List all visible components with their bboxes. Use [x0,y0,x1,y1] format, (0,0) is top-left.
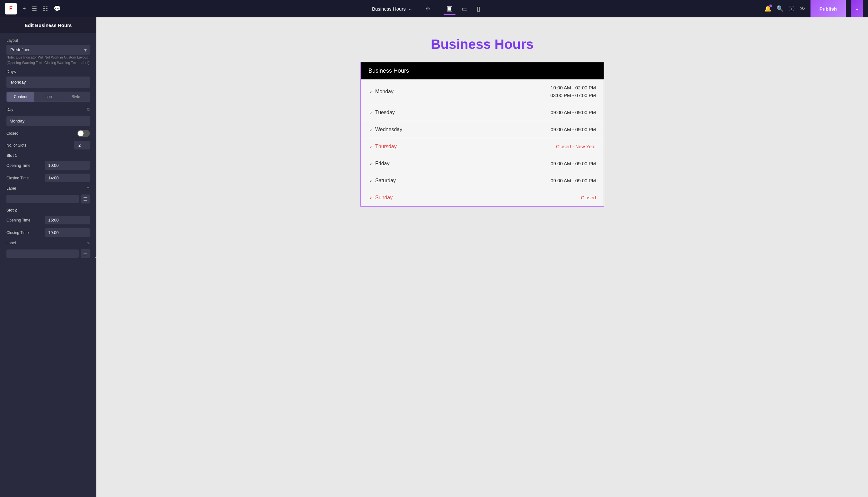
table-header: Business Hours [361,62,604,80]
tab-row: Content Icon Style [6,91,90,102]
slot2-opening-row: Opening Time [6,216,90,224]
slot1-closing-label: Closing Time [6,176,29,180]
main-layout: Edit Business Hours Layout Predefined Cu… [0,17,868,497]
tab-content[interactable]: Content [7,92,34,102]
topbar-right: 🔔 🔍 ⓘ 👁 Publish ⌄ [759,0,868,17]
slot1-label-field-label: Label [6,186,16,190]
slot2-opening-input[interactable] [45,216,90,224]
slot2-label: Slot 2 [6,208,90,213]
hours-cell: Closed [581,194,596,201]
publish-dropdown-button[interactable]: ⌄ [851,0,863,17]
mobile-view-button[interactable]: ▯ [473,3,484,14]
notification-dot [769,4,772,7]
slot1-section: Slot 1 Opening Time Closing Time Label ⇅… [6,153,90,203]
slot1-label: Slot 1 [6,153,90,158]
day-expand-icon[interactable]: ⧉ [87,107,90,112]
slot2-label-row: Label ⇅ [6,241,90,245]
slot1-label-icon-btn[interactable]: ☰ [80,195,90,203]
slot2-label-input-row: ☰ [6,249,90,258]
publish-button[interactable]: Publish [810,0,846,17]
day-name: Wednesday [375,127,402,132]
sidebar-title: Edit Business Hours [25,23,72,28]
chat-icon[interactable]: 💬 [54,5,61,12]
tablet-view-button[interactable]: ▭ [458,3,471,14]
clock-icon: ⚬ [368,178,373,184]
sliders-icon[interactable]: ☰ [32,5,37,12]
toggle-knob [78,130,84,136]
day-name: Sunday [375,195,393,201]
day-name: Saturday [375,178,396,184]
hours-cell: 09:00 AM - 09:00 PM [550,177,596,185]
slot2-closing-row: Closing Time [6,228,90,237]
day-name: Tuesday [375,110,395,115]
slot1-label-input[interactable] [6,195,79,203]
no-slots-label: No. of Slots [6,143,26,147]
day-chip[interactable]: Monday [6,76,90,88]
slot1-opening-input[interactable] [45,161,90,170]
device-buttons: ▣ ▭ ▯ [443,3,484,15]
day-cell: ⚬ Friday [368,161,389,167]
day-name: Thursday [375,144,397,150]
day-input[interactable] [6,116,90,126]
widget-title: Business Hours [122,37,842,52]
slot2-closing-label: Closing Time [6,230,29,235]
tab-icon[interactable]: Icon [34,92,62,102]
preview-icon[interactable]: 👁 [799,5,805,12]
elementor-logo[interactable]: E [5,3,17,14]
no-slots-input[interactable] [74,141,90,150]
table-row: ⚬ Monday 10:00 AM - 02:00 PM03:00 PM - 0… [361,80,604,104]
layout-select[interactable]: Predefined Custom [6,45,90,55]
closed-toggle[interactable] [77,130,90,137]
clock-icon: ⚬ [368,89,373,95]
hours-cell: 09:00 AM - 09:00 PM [550,160,596,168]
slot2-section: Slot 2 Opening Time Closing Time Label ⇅… [6,208,90,258]
day-cell: ⚬ Monday [368,89,394,95]
add-icon[interactable]: + [23,5,26,12]
day-cell: ⚬ Wednesday [368,127,402,133]
clock-icon: ⚬ [368,144,373,150]
page-name-button[interactable]: Business Hours ⌄ [372,6,412,12]
sidebar-note: Note: Live Indicator Will Not Work in Cu… [6,55,90,65]
settings-icon[interactable]: ⚙ [425,5,430,12]
hours-cell: Closed - New Year [556,143,596,151]
sidebar: Edit Business Hours Layout Predefined Cu… [0,17,97,497]
table-row: ⚬ Thursday Closed - New Year [361,138,604,155]
day-name: Monday [375,89,394,95]
page-name-label: Business Hours [372,6,406,12]
days-label: Days [6,69,90,74]
table-row: ⚬ Friday 09:00 AM - 09:00 PM [361,155,604,172]
slot2-label-icon-btn[interactable]: ☰ [80,249,90,258]
slot1-closing-input[interactable] [45,174,90,182]
no-slots-row: No. of Slots [6,141,90,150]
topbar-center: Business Hours ⌄ ⚙ ▣ ▭ ▯ [97,3,759,15]
clock-icon: ⚬ [368,127,373,133]
slot1-label-input-row: ☰ [6,195,90,203]
slot1-opening-label: Opening Time [6,163,30,168]
slot1-closing-row: Closing Time [6,174,90,182]
search-icon[interactable]: 🔍 [777,5,783,12]
slot2-move-icon: ⇅ [87,241,90,245]
table-row: ⚬ Saturday 09:00 AM - 09:00 PM [361,172,604,189]
clock-icon: ⚬ [368,110,373,116]
table-row: ⚬ Tuesday 09:00 AM - 09:00 PM [361,104,604,121]
day-field-row: Day ⧉ [6,107,90,112]
slot1-opening-row: Opening Time [6,161,90,170]
table-row: ⚬ Sunday Closed [361,189,604,206]
slot2-label-input[interactable] [6,250,79,258]
desktop-view-button[interactable]: ▣ [443,3,456,15]
day-cell: ⚬ Saturday [368,178,396,184]
topbar-left: E + ☰ ☷ 💬 [0,3,97,14]
notifications-icon[interactable]: 🔔 [764,5,771,12]
canvas: Business Hours Business Hours ⚬ Monday 1… [97,17,868,497]
slot2-closing-input[interactable] [45,228,90,237]
day-field-label: Day [6,108,13,112]
day-cell: ⚬ Tuesday [368,110,395,116]
topbar: E + ☰ ☷ 💬 Business Hours ⌄ ⚙ ▣ ▭ ▯ 🔔 🔍 ⓘ… [0,0,868,17]
day-name: Friday [375,161,389,167]
layers-icon[interactable]: ☷ [43,5,48,12]
sidebar-header: Edit Business Hours [0,17,97,33]
tab-style[interactable]: Style [62,92,90,102]
sidebar-collapse-handle[interactable]: ❮ [92,251,97,264]
help-icon[interactable]: ⓘ [789,5,794,13]
slot1-move-icon: ⇅ [87,186,90,190]
